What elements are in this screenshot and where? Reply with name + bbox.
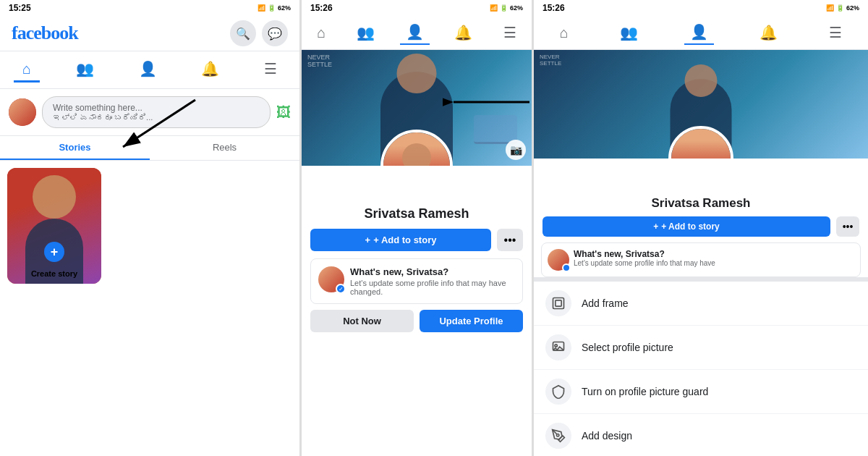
add-design-label: Add design	[582, 430, 632, 442]
add-story-label-2: + Add to story	[373, 235, 436, 245]
update-prompt-3: What's new, Srivatsa? Let's update some …	[541, 242, 861, 277]
nav-friends[interactable]: 👥	[67, 57, 103, 83]
nav3-notifications[interactable]: 🔔	[754, 21, 783, 44]
nav-icons-right: 🔍 💬	[230, 20, 288, 46]
nav3-profile[interactable]: 👤	[684, 20, 714, 45]
update-avatar-2: ✓	[318, 266, 344, 292]
stories-area: + Create story	[0, 161, 299, 291]
status-bar-1: 15:25 📶 🔋 62%	[0, 0, 299, 16]
svg-rect-5	[556, 300, 561, 306]
avatar-badge-3	[562, 263, 571, 272]
add-story-label-3: + Add to story	[661, 221, 720, 232]
nav2-notifications[interactable]: 🔔	[448, 21, 478, 44]
not-now-button[interactable]: Not Now	[310, 310, 414, 332]
write-post-input[interactable]: Write something here... ಇಲ್ಲಿ ಏನಾದರೂ ಬರೆ…	[42, 96, 271, 128]
update-avatar-3	[548, 249, 569, 271]
time-1: 15:25	[9, 3, 31, 13]
more-options-button-3[interactable]: •••	[836, 216, 859, 237]
cover-camera-icon[interactable]: 📷	[506, 140, 526, 160]
write-placeholder: Write something here...	[53, 103, 260, 113]
nav2-home[interactable]: ⌂	[311, 22, 331, 44]
nav3-menu[interactable]: ☰	[823, 21, 848, 44]
update-text-3: What's new, Srivatsa? Let's update some …	[574, 249, 715, 267]
select-profile-icon	[545, 334, 571, 360]
select-profile-label: Select profile picture	[582, 342, 673, 353]
update-title-3: What's new, Srivatsa?	[574, 249, 715, 259]
top-nav-1: facebook 🔍 💬	[0, 16, 299, 51]
guard-icon	[545, 379, 571, 405]
time-3: 15:26	[542, 3, 565, 13]
profile-name-2: Srivatsa Ramesh	[302, 206, 532, 221]
menu-item-add-design[interactable]: Add design	[534, 414, 868, 456]
add-frame-icon	[545, 290, 571, 316]
nav3-friends[interactable]: 👥	[614, 21, 644, 44]
nav-profile[interactable]: 👤	[130, 57, 166, 83]
nav2-menu[interactable]: ☰	[498, 21, 522, 44]
add-to-story-button-3[interactable]: + + Add to story	[542, 216, 830, 237]
create-story-label: Create story	[7, 269, 101, 278]
profile-avatar-2	[380, 130, 453, 166]
update-buttons-2: Not Now Update Profile	[310, 310, 523, 332]
menu-item-turn-on-guard[interactable]: Turn on profile picture guard	[534, 370, 868, 414]
status-icons-1: 📶 🔋 62%	[258, 4, 291, 12]
nav2-profile[interactable]: 👤	[400, 20, 430, 45]
profile-cover-3: NEVERSETTLE 📷	[534, 50, 868, 159]
menu-item-add-frame[interactable]: Add frame	[534, 282, 868, 326]
profile-avatar-container-3: 📷	[668, 126, 733, 159]
nav-menu[interactable]: ☰	[255, 57, 286, 83]
facebook-logo: facebook	[12, 22, 78, 44]
photo-upload-button[interactable]: 🖼	[276, 104, 291, 121]
nav-notifications[interactable]: 🔔	[192, 57, 228, 83]
bottom-nav-1: ⌂ 👥 👤 🔔 ☰	[0, 51, 299, 89]
create-story-card[interactable]: + Create story	[7, 168, 101, 284]
user-avatar-small	[9, 98, 36, 126]
update-profile-button[interactable]: Update Profile	[420, 310, 523, 332]
search-button[interactable]: 🔍	[230, 20, 256, 46]
write-sub-placeholder: ಇಲ್ಲಿ ಏನಾದರೂ ಬರೆಯಿರಿ...	[53, 113, 260, 122]
status-icons-2: 📶 🔋 62%	[490, 4, 523, 12]
add-frame-label: Add frame	[582, 297, 629, 309]
status-bar-3: 15:26 📶 🔋 62%	[534, 0, 868, 16]
profile-cover-2: NEVERSETTLE 📷 📷	[302, 50, 532, 166]
profile-name-3: Srivatsa Ramesh	[534, 196, 868, 211]
update-title-2: What's new, Srivatsa?	[350, 266, 515, 277]
profile-actions-2: + + Add to story •••	[302, 221, 532, 258]
status-icons-3: 📶 🔋 62%	[826, 4, 859, 12]
nav3-home[interactable]: ⌂	[554, 22, 574, 44]
more-options-button-2[interactable]: •••	[497, 229, 523, 251]
nav-home[interactable]: ⌂	[14, 58, 40, 83]
update-desc-2: Let's update some profile info that may …	[350, 279, 515, 296]
turn-on-guard-label: Turn on profile picture guard	[582, 386, 708, 397]
avatar-badge-2: ✓	[336, 284, 346, 294]
add-story-btn[interactable]: +	[44, 242, 64, 262]
nav2-friends[interactable]: 👥	[351, 21, 380, 44]
add-to-story-button-2[interactable]: + + Add to story	[310, 229, 491, 251]
profile-avatar-container-2: 📷	[380, 130, 453, 166]
stories-reels-tabs: Stories Reels	[0, 136, 299, 161]
menu-item-select-profile[interactable]: Select profile picture	[534, 326, 868, 370]
update-text-2: What's new, Srivatsa? Let's update some …	[350, 266, 515, 296]
profile-avatar-3: 📷	[668, 126, 733, 159]
write-post-bar: Write something here... ಇಲ್ಲಿ ಏನಾದರೂ ಬರೆ…	[0, 89, 299, 136]
top-nav-3: ⌂ 👥 👤 🔔 ☰	[534, 16, 868, 50]
reels-tab[interactable]: Reels	[150, 136, 299, 160]
profile-actions-3: + + Add to story •••	[534, 211, 868, 242]
messenger-button[interactable]: 💬	[262, 20, 288, 46]
status-bar-2: 15:26 📶 🔋 62%	[302, 0, 532, 16]
update-prompt-2: ✓ What's new, Srivatsa? Let's update som…	[310, 258, 523, 304]
add-design-icon	[545, 423, 571, 449]
time-2: 15:26	[310, 3, 333, 13]
stories-tab[interactable]: Stories	[0, 136, 150, 160]
update-desc-3: Let's update some profile info that may …	[574, 259, 715, 267]
profile-picture-menu: Add frame Select profile picture	[534, 277, 868, 456]
svg-point-7	[555, 345, 557, 347]
svg-rect-4	[553, 298, 564, 309]
top-nav-2: ⌂ 👥 👤 🔔 ☰	[302, 16, 532, 50]
svg-point-10	[557, 434, 559, 436]
